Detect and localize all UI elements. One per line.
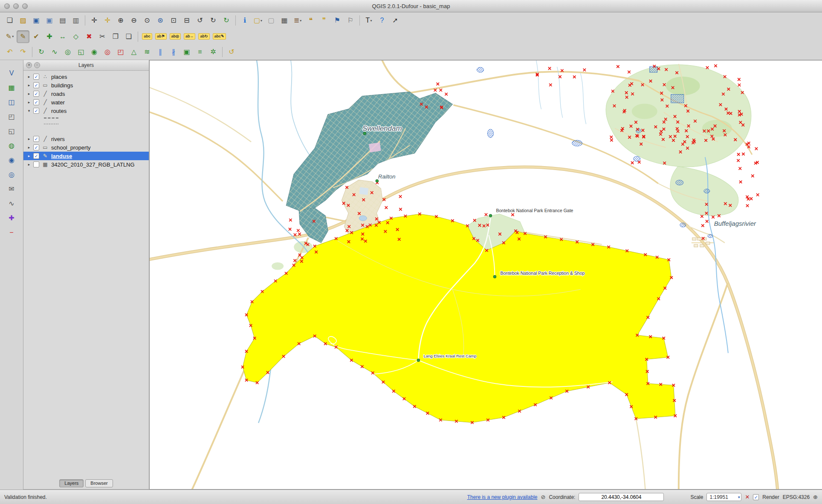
layer-item-landuse[interactable]: ▸✓✎landuse — [23, 152, 149, 160]
delete-ring-button[interactable]: ◎ — [101, 46, 114, 58]
delete-part-button[interactable]: ◰ — [114, 46, 127, 58]
map-canvas[interactable]: Swellendam Railton Bontebok National Par… — [149, 60, 822, 490]
whats-this-button[interactable]: ➚ — [389, 14, 402, 27]
layer-visibility-checkbox[interactable]: ✓ — [33, 108, 39, 114]
close-window-button[interactable] — [4, 3, 10, 9]
layer-visibility-checkbox[interactable]: ✓ — [33, 91, 39, 97]
expand-arrow-icon[interactable]: ▸ — [27, 92, 31, 96]
new-project-button[interactable]: ❏ — [3, 14, 16, 27]
move-feature-button[interactable]: ↔ — [56, 30, 69, 43]
redo-button[interactable]: ↷ — [17, 46, 29, 58]
layer-item-rivers[interactable]: ▸✓╱rivers — [23, 135, 149, 143]
layer-visibility-checkbox[interactable]: ✓ — [33, 136, 39, 142]
minimize-window-button[interactable] — [13, 3, 19, 9]
zoom-native-button[interactable]: ⊙ — [141, 14, 153, 27]
collapse-arrow-icon[interactable]: ▾ — [27, 109, 31, 113]
coordinate-input[interactable] — [579, 493, 664, 501]
expand-arrow-icon[interactable]: ▸ — [27, 162, 31, 167]
split-parts-button[interactable]: ∦ — [167, 46, 180, 58]
add-feature-button[interactable]: ✚ — [43, 30, 56, 43]
offset-curve-button[interactable]: ≋ — [141, 46, 153, 58]
label-move-button[interactable]: ab↔ — [182, 30, 197, 43]
save-project-as-button[interactable]: ▣ — [43, 14, 56, 27]
layer-item-buildings[interactable]: ▸✓▭buildings — [23, 81, 149, 89]
map-tips-button[interactable]: ❝ — [304, 14, 317, 27]
add-postgis-layer-button[interactable]: ◫ — [5, 96, 18, 108]
add-wms-layer-button[interactable]: ◍ — [5, 139, 18, 152]
rotate-point-symbols-button[interactable]: ✲ — [207, 46, 220, 58]
revert-edits-button[interactable]: ↺ — [225, 46, 238, 58]
layer-item-water[interactable]: ▸✓╱water — [23, 98, 149, 107]
label-rotate-button[interactable]: ab↻ — [197, 30, 211, 43]
layer-visibility-checkbox[interactable]: ✓ — [33, 144, 39, 150]
undo-button[interactable]: ↶ — [3, 46, 16, 58]
copy-features-button[interactable]: ❐ — [109, 30, 122, 43]
toggle-editing-button[interactable]: ✎ — [17, 30, 29, 43]
add-wfs-layer-button[interactable]: ◎ — [5, 168, 18, 181]
layer-visibility-checkbox[interactable]: ✓ — [33, 82, 39, 88]
reshape-features-button[interactable]: △ — [127, 46, 140, 58]
layer-item-school_property[interactable]: ▸✓▭school_property — [23, 143, 149, 152]
layer-item-3420C_2010_327_RGB_LATLNG[interactable]: ▸▦3420C_2010_327_RGB_LATLNG — [23, 160, 149, 169]
save-layer-edits-button[interactable]: ✔ — [30, 30, 43, 43]
layer-name[interactable]: buildings — [51, 82, 73, 89]
new-bookmark-button[interactable]: ⚑ — [331, 14, 344, 27]
expand-arrow-icon[interactable]: ▸ — [27, 137, 31, 141]
expand-arrow-icon[interactable]: ▸ — [27, 145, 31, 150]
plugin-link[interactable]: There is a new plugin available — [467, 494, 538, 500]
maximize-window-button[interactable] — [22, 3, 28, 9]
select-features-button[interactable]: ▢▾ — [252, 14, 264, 27]
layer-visibility-checkbox[interactable]: ✓ — [33, 74, 39, 80]
add-part-button[interactable]: ◱ — [75, 46, 87, 58]
open-project-button[interactable]: ▨ — [17, 14, 29, 27]
layer-name[interactable]: routes — [51, 108, 67, 114]
expand-arrow-icon[interactable]: ▸ — [27, 83, 31, 87]
zoom-last-button[interactable]: ↺ — [194, 14, 206, 27]
panel-float-button[interactable]: ▫ — [34, 62, 40, 68]
plugin-status-icon[interactable]: ⊘ — [541, 494, 545, 500]
add-vector-layer-button[interactable]: V — [5, 67, 18, 79]
fill-ring-button[interactable]: ◉ — [88, 46, 101, 58]
zoom-in-button[interactable]: ⊕ — [114, 14, 127, 27]
layer-name[interactable]: places — [51, 74, 67, 80]
pan-map-button[interactable]: ✛ — [88, 14, 101, 27]
new-print-composer-button[interactable]: ▤ — [56, 14, 69, 27]
text-annotation-button[interactable]: ❞ — [318, 14, 330, 27]
layer-name[interactable]: 3420C_2010_327_RGB_LATLNG — [51, 161, 135, 168]
layer-visibility-checkbox[interactable] — [33, 161, 39, 167]
label-pin-button[interactable]: ab⚑ — [154, 30, 168, 43]
rotate-feature-button[interactable]: ↻ — [35, 46, 48, 58]
simplify-feature-button[interactable]: ∿ — [48, 46, 61, 58]
node-tool-button[interactable]: ◇ — [69, 30, 82, 43]
stop-render-icon[interactable]: ✕ — [745, 494, 750, 500]
refresh-map-button[interactable]: ↻ — [220, 14, 233, 27]
current-edits-button[interactable]: ✎▾ — [3, 30, 16, 43]
remove-layer-button[interactable]: − — [5, 226, 18, 239]
split-features-button[interactable]: ∥ — [154, 46, 167, 58]
layer-name[interactable]: landuse — [51, 153, 72, 159]
layer-name[interactable]: roads — [51, 91, 65, 97]
render-checkbox[interactable]: ✓ — [753, 494, 759, 500]
scale-combo[interactable]: 1:19951 ▾ — [706, 493, 741, 501]
label-properties-button[interactable]: abc✎ — [211, 30, 227, 43]
add-raster-layer-button[interactable]: ▦ — [5, 81, 18, 94]
show-bookmarks-button[interactable]: ⚐ — [344, 14, 357, 27]
tab-layers[interactable]: Layers — [59, 479, 84, 487]
layer-name[interactable]: rivers — [51, 136, 65, 142]
measure-button[interactable]: ≣▾ — [291, 14, 304, 27]
layer-name[interactable]: school_property — [51, 144, 91, 151]
layer-name[interactable]: water — [51, 99, 65, 106]
label-show-hide-button[interactable]: ab◎ — [168, 30, 182, 43]
label-add-button[interactable]: abc — [141, 30, 153, 43]
delete-selected-button[interactable]: ✖ — [83, 30, 96, 43]
add-gpx-layer-button[interactable]: ∿ — [5, 197, 18, 210]
expand-arrow-icon[interactable]: ▸ — [27, 100, 31, 104]
expand-arrow-icon[interactable]: ▸ — [27, 154, 31, 158]
zoom-next-button[interactable]: ↻ — [207, 14, 220, 27]
add-delimited-text-layer-button[interactable]: ✉ — [5, 183, 18, 195]
crs-status-icon[interactable]: ⊕ — [813, 494, 818, 500]
save-project-button[interactable]: ▣ — [30, 14, 43, 27]
layer-item-roads[interactable]: ▸✓╱roads — [23, 89, 149, 98]
new-shapefile-layer-button[interactable]: ✚ — [5, 212, 18, 224]
zoom-full-extent-button[interactable]: ⊛ — [154, 14, 167, 27]
